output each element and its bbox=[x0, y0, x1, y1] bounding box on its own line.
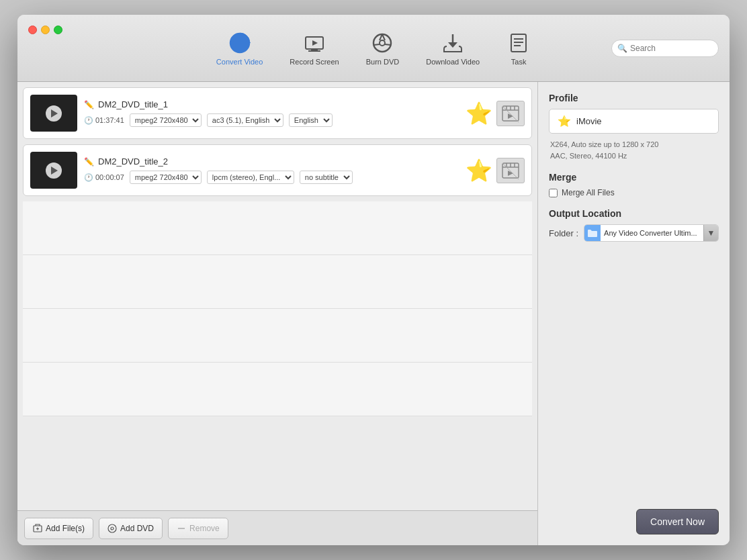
folder-select[interactable]: Any Video Converter Ultim... ▼ bbox=[584, 224, 719, 242]
main-content: ✏️ DM2_DVD_title_1 🕐 01:37:41 mpeg2 720x… bbox=[17, 82, 730, 545]
toolbar-item-burn-dvd[interactable]: Burn DVD bbox=[366, 31, 400, 66]
svg-point-37 bbox=[111, 527, 114, 530]
convert-now-button[interactable]: Convert Now bbox=[636, 509, 719, 534]
record-screen-icon bbox=[302, 31, 326, 55]
download-video-label: Download Video bbox=[426, 58, 480, 66]
file-info-2: ✏️ DM2_DVD_title_2 🕐 00:00:07 mpeg2 720x… bbox=[84, 156, 459, 184]
bottom-bar: Add File(s) Add DVD Remove bbox=[17, 510, 537, 545]
folder-icon bbox=[584, 225, 601, 241]
file-title-row-2: ✏️ DM2_DVD_title_2 bbox=[84, 156, 459, 167]
file-item-1: ✏️ DM2_DVD_title_1 🕐 01:37:41 mpeg2 720x… bbox=[23, 87, 532, 139]
output-section: Output Location Folder : Any Video Conve… bbox=[549, 208, 719, 242]
svg-line-11 bbox=[374, 44, 380, 45]
output-title: Output Location bbox=[549, 208, 719, 219]
merge-section: Merge Merge All Files bbox=[549, 172, 719, 197]
remove-label: Remove bbox=[189, 524, 220, 533]
profile-desc-2: AAC, Stereo, 44100 Hz bbox=[549, 150, 719, 162]
right-panel: Profile ⭐ iMovie X264, Auto size up to 1… bbox=[538, 82, 730, 545]
add-dvd-button[interactable]: Add DVD bbox=[99, 518, 163, 539]
task-label: Task bbox=[511, 58, 527, 66]
duration-value-1: 01:37:41 bbox=[95, 116, 124, 124]
remove-icon bbox=[177, 524, 186, 533]
search-box[interactable]: 🔍 bbox=[611, 40, 719, 57]
toolbar-item-download-video[interactable]: Download Video bbox=[426, 31, 480, 66]
toolbar-item-convert-video[interactable]: Convert Video bbox=[216, 31, 263, 66]
video-codec-select-2[interactable]: mpeg2 720x480 bbox=[130, 171, 202, 184]
folder-svg-icon bbox=[587, 228, 598, 238]
merge-checkbox-row: Merge All Files bbox=[549, 188, 719, 197]
merge-all-checkbox[interactable] bbox=[549, 189, 558, 197]
svg-marker-14 bbox=[448, 42, 457, 48]
star-icon-1[interactable]: ⭐ bbox=[466, 101, 492, 126]
merge-all-label[interactable]: Merge All Files bbox=[562, 188, 615, 197]
audio-codec-select-1[interactable]: ac3 (5.1), English bbox=[207, 113, 283, 127]
svg-point-36 bbox=[108, 524, 116, 532]
minimize-button[interactable] bbox=[41, 26, 50, 34]
add-dvd-icon bbox=[107, 524, 117, 533]
play-triangle-icon-2 bbox=[51, 167, 58, 175]
search-icon: 🔍 bbox=[617, 44, 627, 53]
play-button-1[interactable] bbox=[46, 105, 62, 122]
file-item-2: ✏️ DM2_DVD_title_2 🕐 00:00:07 mpeg2 720x… bbox=[23, 144, 532, 196]
svg-line-12 bbox=[385, 44, 391, 45]
file-meta-2: 🕐 00:00:07 mpeg2 720x480 lpcm (stereo), … bbox=[84, 171, 459, 184]
toolbar-item-record-screen[interactable]: Record Screen bbox=[290, 31, 339, 66]
edit-icon-1[interactable]: ✏️ bbox=[84, 100, 94, 109]
empty-row-3 bbox=[23, 309, 532, 363]
add-files-button[interactable]: Add File(s) bbox=[24, 518, 93, 539]
add-files-icon bbox=[33, 524, 42, 533]
file-thumbnail-2 bbox=[30, 152, 77, 189]
file-actions-2: ⭐ bbox=[466, 158, 525, 183]
duration-value-2: 00:00:07 bbox=[95, 173, 124, 181]
task-icon bbox=[507, 31, 531, 55]
add-dvd-label: Add DVD bbox=[120, 524, 154, 533]
convert-video-label: Convert Video bbox=[216, 58, 263, 66]
play-button-2[interactable] bbox=[46, 162, 62, 179]
profile-star-icon: ⭐ bbox=[558, 115, 571, 128]
clock-icon-2: 🕐 bbox=[84, 173, 93, 182]
maximize-button[interactable] bbox=[54, 26, 62, 34]
video-codec-select-1[interactable]: mpeg2 720x480 bbox=[130, 113, 202, 127]
empty-row-4 bbox=[23, 363, 532, 416]
clip-icon-1[interactable] bbox=[496, 101, 525, 126]
file-name-2: DM2_DVD_title_2 bbox=[98, 156, 168, 167]
profile-title: Profile bbox=[549, 93, 719, 103]
search-input[interactable] bbox=[630, 44, 713, 53]
file-list: ✏️ DM2_DVD_title_1 🕐 01:37:41 mpeg2 720x… bbox=[17, 82, 537, 510]
file-name-1: DM2_DVD_title_1 bbox=[98, 99, 168, 109]
subtitle-select-2[interactable]: no subtitle bbox=[300, 171, 353, 184]
star-icon-2[interactable]: ⭐ bbox=[466, 158, 492, 183]
file-title-row-1: ✏️ DM2_DVD_title_1 bbox=[84, 99, 459, 109]
audio-codec-select-2[interactable]: lpcm (stereo), Engl... bbox=[207, 171, 294, 184]
burn-dvd-label: Burn DVD bbox=[366, 58, 400, 66]
folder-row: Folder : Any Video Converter Ultim... ▼ bbox=[549, 224, 719, 242]
folder-name: Any Video Converter Ultim... bbox=[601, 229, 703, 237]
file-thumbnail-1 bbox=[30, 95, 77, 132]
folder-label: Folder : bbox=[549, 228, 578, 238]
traffic-lights bbox=[28, 26, 62, 34]
profile-name: iMovie bbox=[576, 116, 602, 126]
file-actions-1: ⭐ bbox=[466, 101, 525, 126]
profile-select-button[interactable]: ⭐ iMovie bbox=[549, 109, 719, 134]
clip-icon-2[interactable] bbox=[496, 158, 525, 183]
left-panel: ✏️ DM2_DVD_title_1 🕐 01:37:41 mpeg2 720x… bbox=[17, 82, 538, 545]
toolbar-item-task[interactable]: Task bbox=[507, 31, 531, 66]
folder-chevron-icon[interactable]: ▼ bbox=[703, 225, 718, 241]
empty-row-1 bbox=[23, 201, 532, 255]
convert-video-icon bbox=[228, 31, 252, 55]
download-video-icon bbox=[441, 31, 465, 55]
app-window: Convert Video Record Screen bbox=[17, 15, 730, 545]
remove-button[interactable]: Remove bbox=[168, 518, 228, 539]
svg-marker-4 bbox=[312, 40, 318, 46]
play-triangle-icon bbox=[51, 109, 58, 118]
profile-desc-1: X264, Auto size up to 1280 x 720 bbox=[549, 139, 719, 150]
subtitle-select-1[interactable]: English bbox=[289, 113, 333, 127]
duration-2: 🕐 00:00:07 bbox=[84, 173, 124, 182]
file-info-1: ✏️ DM2_DVD_title_1 🕐 01:37:41 mpeg2 720x… bbox=[84, 99, 459, 127]
file-meta-1: 🕐 01:37:41 mpeg2 720x480 ac3 (5.1), Engl… bbox=[84, 113, 459, 127]
record-screen-label: Record Screen bbox=[290, 58, 339, 66]
edit-icon-2[interactable]: ✏️ bbox=[84, 157, 94, 167]
close-button[interactable] bbox=[28, 26, 37, 34]
svg-point-7 bbox=[374, 34, 391, 52]
titlebar: Convert Video Record Screen bbox=[17, 15, 730, 82]
